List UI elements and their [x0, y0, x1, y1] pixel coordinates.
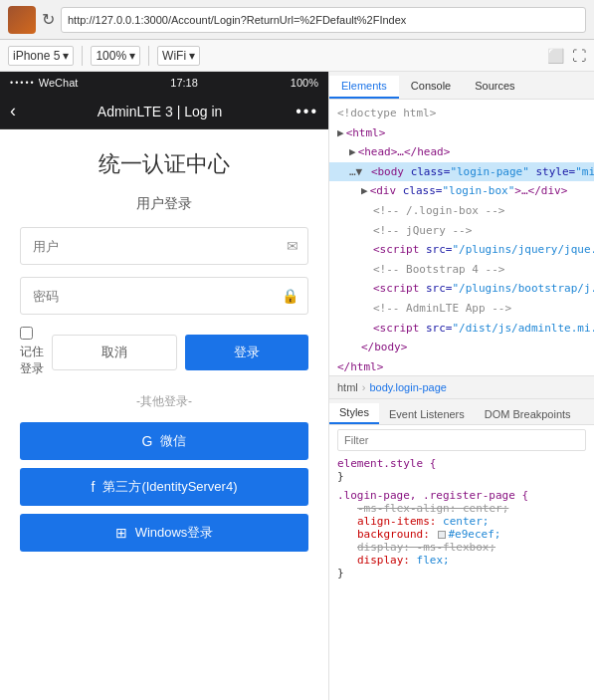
battery-status: 100% — [291, 77, 318, 89]
tab-sources[interactable]: Sources — [463, 76, 526, 99]
username-group: ✉ — [20, 227, 308, 265]
status-time: 17:18 — [170, 77, 198, 89]
cancel-button[interactable]: 取消 — [52, 335, 177, 370]
form-actions: 记住 登录 取消 登录 — [20, 327, 308, 377]
mobile-icon[interactable]: ⬜ — [547, 48, 564, 64]
device-name: iPhone 5 — [13, 49, 60, 63]
login-page-rule: .login-page, .register-page { -ms-flex-a… — [337, 489, 586, 580]
login-rule-selector: .login-page, .register-page { — [337, 489, 586, 502]
main-area: ••••• WeChat 17:18 100% ‹ AdminLTE 3 | L… — [0, 72, 594, 700]
breadcrumb: html › body.login-page — [329, 375, 594, 399]
username-input[interactable] — [20, 227, 308, 265]
html-script-jquery[interactable]: <script src="/plugins/jquery/jque... — [329, 240, 594, 260]
html-login-box[interactable]: ▶<div class="login-box">…</div> — [329, 181, 594, 201]
device-toolbar: iPhone 5 ▾ 100% ▾ WiFi ▾ ⬜ ⛶ — [0, 40, 594, 72]
html-comment-adminlte: <!-- AdminLTE App --> — [329, 299, 594, 319]
lock-icon: 🔒 — [282, 288, 298, 304]
phone-status-bar: ••••• WeChat 17:18 100% — [0, 72, 328, 94]
remember-checkbox[interactable] — [20, 327, 33, 340]
status-left: ••••• WeChat — [10, 77, 78, 89]
zoom-chevron: ▾ — [129, 49, 135, 63]
toolbar-divider — [82, 46, 83, 66]
google-icon: G — [142, 433, 153, 449]
element-style-rule: element.style { } — [337, 457, 586, 483]
facebook-icon: f — [92, 479, 96, 495]
html-comment-bootstrap: <!-- Bootstrap 4 --> — [329, 260, 594, 280]
facebook-label: 第三方(IdentityServer4) — [102, 478, 237, 496]
html-root-close: </html> — [329, 357, 594, 375]
remember-wrap: 记住 登录 — [20, 327, 44, 377]
style-tabs: Styles Event Listeners DOM Breakpoints — [329, 399, 594, 425]
html-script-bootstrap[interactable]: <script src="/plugins/bootstrap/j... — [329, 279, 594, 299]
tab-dom-breakpoints[interactable]: DOM Breakpoints — [475, 405, 581, 424]
network-selector[interactable]: WiFi ▾ — [157, 46, 200, 66]
tab-styles[interactable]: Styles — [329, 403, 379, 424]
login-button[interactable]: 登录 — [185, 335, 308, 370]
network-chevron: ▾ — [189, 49, 195, 63]
url-bar[interactable]: http://127.0.0.1:3000/Account/Login?Retu… — [61, 7, 586, 33]
device-chevron: ▾ — [63, 49, 69, 63]
html-comment-loginbox: <!-- /.login-box --> — [329, 201, 594, 221]
browser-avatar — [8, 6, 36, 34]
inspect-icon[interactable]: ⛶ — [572, 48, 586, 64]
device-selector[interactable]: iPhone 5 ▾ — [8, 46, 74, 66]
toolbar-divider2 — [148, 46, 149, 66]
html-body[interactable]: …▼ <body class="login-page" style="min..… — [329, 162, 594, 182]
styles-panel: element.style { } .login-page, .register… — [329, 425, 594, 701]
reload-button[interactable]: ↻ — [42, 10, 55, 29]
tab-console[interactable]: Console — [399, 76, 463, 99]
html-tree: <!doctype html> ▶<html> ▶<head>…</head> … — [329, 100, 594, 375]
browser-bar: ↻ http://127.0.0.1:3000/Account/Login?Re… — [0, 0, 594, 40]
password-input[interactable] — [20, 277, 308, 315]
phone-nav-bar: ‹ AdminLTE 3 | Log in ••• — [0, 94, 328, 129]
rule-selector: element.style { — [337, 457, 586, 470]
html-comment-jquery: <!-- jQuery --> — [329, 221, 594, 241]
breadcrumb-body[interactable]: body.login-page — [369, 381, 446, 393]
html-script-adminlte[interactable]: <script src="/dist/js/adminlte.mi... — [329, 319, 594, 339]
toolbar-icons: ⬜ ⛶ — [547, 48, 586, 64]
google-label: 微信 — [160, 432, 186, 450]
nav-more-button[interactable]: ••• — [296, 103, 318, 120]
html-root[interactable]: ▶<html> — [329, 123, 594, 143]
html-head[interactable]: ▶<head>…</head> — [329, 142, 594, 162]
network-value: WiFi — [162, 49, 186, 63]
devtools-panel: Elements Console Sources <!doctype html>… — [328, 72, 594, 700]
windows-login-button[interactable]: ⊞ Windows登录 — [20, 514, 308, 552]
zoom-selector[interactable]: 100% ▾ — [91, 46, 140, 66]
other-login-label: -其他登录- — [20, 393, 308, 410]
devtools-tabs: Elements Console Sources — [329, 72, 594, 100]
breadcrumb-html[interactable]: html — [337, 381, 358, 393]
zoom-value: 100% — [96, 49, 126, 63]
html-body-close: </body> — [329, 338, 594, 357]
signal-dots: ••••• — [10, 78, 36, 88]
carrier-name: WeChat — [39, 77, 79, 89]
google-login-button[interactable]: G 微信 — [20, 422, 308, 460]
email-icon: ✉ — [287, 238, 298, 254]
phone-frame: ••••• WeChat 17:18 100% ‹ AdminLTE 3 | L… — [0, 72, 328, 700]
phone-content: 统一认证中心 用户登录 ✉ 🔒 记住 登录 取消 登录 — [0, 129, 328, 700]
url-text: http://127.0.0.1:3000/Account/Login?Retu… — [68, 14, 406, 26]
page-title: 统一认证中心 — [20, 149, 308, 179]
nav-back-button[interactable]: ‹ — [10, 101, 16, 121]
facebook-login-button[interactable]: f 第三方(IdentityServer4) — [20, 468, 308, 506]
windows-icon: ⊞ — [115, 525, 127, 541]
tab-elements[interactable]: Elements — [329, 76, 399, 99]
windows-label: Windows登录 — [135, 524, 214, 542]
remember-label: 记住 登录 — [20, 344, 44, 377]
tab-event-listeners[interactable]: Event Listeners — [379, 405, 475, 424]
form-title: 用户登录 — [20, 195, 308, 213]
style-filter-input[interactable] — [337, 429, 586, 451]
nav-title: AdminLTE 3 | Log in — [24, 104, 296, 119]
password-group: 🔒 — [20, 277, 308, 315]
html-doctype: <!doctype html> — [329, 104, 594, 123]
